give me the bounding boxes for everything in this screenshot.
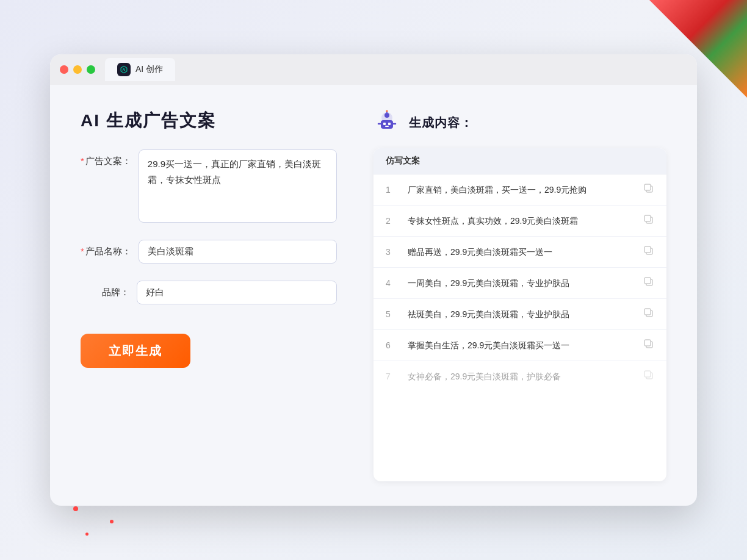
copy-icon[interactable]	[643, 307, 654, 321]
table-rows-container: 1厂家直销，美白淡斑霜，买一送一，29.9元抢购 2专抹女性斑点，真实功效，29…	[374, 174, 666, 392]
decorative-dot-1	[73, 506, 78, 511]
table-row: 5祛斑美白，29.9元美白淡斑霜，专业护肤品	[374, 299, 666, 330]
page-title: AI 生成广告文案	[81, 109, 337, 132]
active-tab[interactable]: AI AI 创作	[105, 58, 175, 81]
svg-rect-4	[383, 123, 386, 125]
row-number: 7	[386, 372, 398, 381]
left-panel: AI 生成广告文案 *广告文案： 29.9买一送一，真正的厂家直销，美白淡斑霜，…	[81, 109, 337, 481]
copy-icon[interactable]	[643, 183, 654, 196]
product-name-group: *产品名称：	[81, 240, 337, 264]
generate-button[interactable]: 立即生成	[81, 334, 190, 368]
tab-label: AI 创作	[135, 64, 163, 75]
row-number: 4	[386, 278, 398, 288]
row-text: 专抹女性斑点，真实功效，29.9元美白淡斑霜	[408, 215, 633, 228]
maximize-button[interactable]	[87, 65, 95, 74]
row-text: 一周美白，29.9元美白淡斑霜，专业护肤品	[408, 277, 633, 290]
result-section-title: 生成内容：	[409, 115, 473, 131]
svg-rect-13	[644, 184, 651, 190]
svg-rect-3	[381, 120, 393, 129]
table-row: 6掌握美白生活，29.9元美白淡斑霜买一送一	[374, 330, 666, 361]
required-star-product: *	[81, 246, 84, 256]
table-row: 4一周美白，29.9元美白淡斑霜，专业护肤品	[374, 268, 666, 299]
ad-copy-group: *广告文案： 29.9买一送一，真正的厂家直销，美白淡斑霜，专抹女性斑点	[81, 149, 337, 223]
svg-rect-25	[644, 371, 651, 377]
svg-point-7	[384, 113, 389, 118]
svg-rect-15	[644, 215, 651, 221]
required-star-ad: *	[81, 156, 84, 166]
row-text: 赠品再送，29.9元美白淡斑霜买一送一	[408, 246, 633, 259]
decorative-dot-3	[85, 533, 88, 536]
ad-copy-label: *广告文案：	[81, 149, 131, 167]
robot-icon	[374, 109, 400, 136]
row-number: 1	[386, 185, 398, 195]
row-number: 5	[386, 309, 398, 319]
copy-icon[interactable]	[643, 370, 654, 383]
right-panel: 生成内容： 仿写文案 1厂家直销，美白淡斑霜，买一送一，29.9元抢购 2专抹女…	[374, 109, 666, 481]
svg-rect-23	[644, 340, 651, 346]
ad-copy-input[interactable]: 29.9买一送一，真正的厂家直销，美白淡斑霜，专抹女性斑点	[139, 149, 337, 223]
row-number: 3	[386, 247, 398, 257]
decorative-dot-2	[110, 520, 114, 523]
row-number: 6	[386, 340, 398, 350]
brand-input[interactable]	[137, 281, 337, 304]
row-text: 女神必备，29.9元美白淡斑霜，护肤必备	[408, 370, 633, 383]
svg-rect-21	[644, 309, 651, 315]
copy-icon[interactable]	[643, 276, 654, 290]
svg-text:AI: AI	[123, 68, 126, 71]
minimize-button[interactable]	[73, 65, 82, 74]
brand-group: 品牌：	[81, 281, 337, 304]
title-bar: AI AI 创作	[50, 54, 697, 85]
table-row: 7女神必备，29.9元美白淡斑霜，护肤必备	[374, 361, 666, 392]
svg-rect-5	[388, 123, 391, 125]
svg-point-9	[386, 110, 388, 112]
svg-rect-17	[644, 246, 651, 253]
row-text: 掌握美白生活，29.9元美白淡斑霜买一送一	[408, 339, 633, 352]
copy-icon[interactable]	[643, 339, 654, 352]
copy-icon[interactable]	[643, 245, 654, 259]
brand-label: 品牌：	[81, 281, 129, 298]
main-content: AI 生成广告文案 *广告文案： 29.9买一送一，真正的厂家直销，美白淡斑霜，…	[50, 85, 697, 506]
svg-rect-6	[385, 126, 389, 127]
result-header: 生成内容：	[374, 109, 666, 136]
svg-rect-19	[644, 278, 651, 284]
row-text: 厂家直销，美白淡斑霜，买一送一，29.9元抢购	[408, 184, 633, 196]
table-row: 2专抹女性斑点，真实功效，29.9元美白淡斑霜	[374, 206, 666, 237]
ai-logo-icon: AI	[117, 63, 131, 76]
product-name-label: *产品名称：	[81, 240, 131, 257]
table-header: 仿写文案	[374, 148, 666, 174]
table-row: 1厂家直销，美白淡斑霜，买一送一，29.9元抢购	[374, 174, 666, 206]
row-number: 2	[386, 216, 398, 226]
row-text: 祛斑美白，29.9元美白淡斑霜，专业护肤品	[408, 308, 633, 321]
result-table: 仿写文案 1厂家直销，美白淡斑霜，买一送一，29.9元抢购 2专抹女性斑点，真实…	[374, 148, 666, 481]
table-row: 3赠品再送，29.9元美白淡斑霜买一送一	[374, 237, 666, 268]
close-button[interactable]	[60, 65, 68, 74]
copy-icon[interactable]	[643, 214, 654, 228]
traffic-lights	[60, 65, 95, 74]
product-name-input[interactable]	[139, 240, 337, 264]
browser-window: AI AI 创作 AI 生成广告文案 *广告文案： 29.9买一送一，真正的厂家…	[50, 54, 697, 506]
